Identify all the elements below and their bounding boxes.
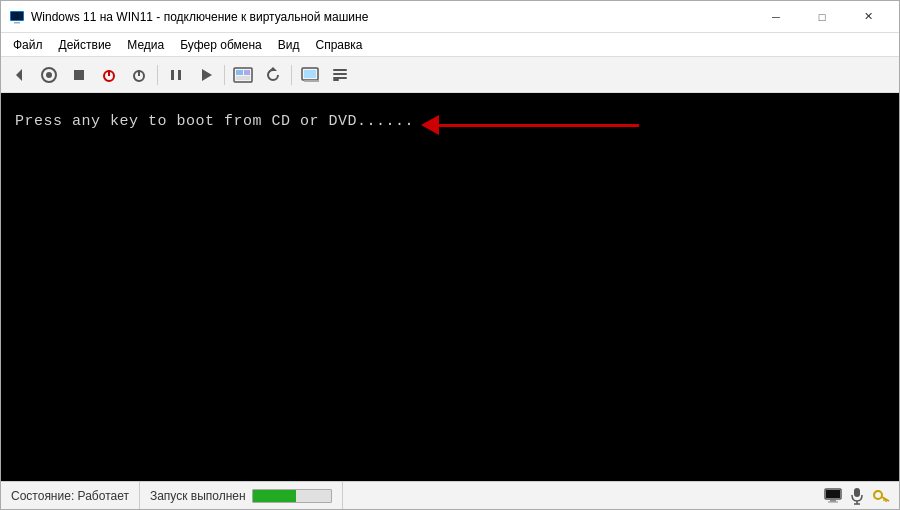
title-bar: Windows 11 на WIN11 - подключение к вирт… xyxy=(1,1,899,33)
toolbar-separator-1 xyxy=(157,65,158,85)
launch-label: Запуск выполнен xyxy=(150,489,246,503)
svg-rect-16 xyxy=(244,70,250,75)
window-controls: ─ □ ✕ xyxy=(753,1,891,33)
menu-clipboard[interactable]: Буфер обмена xyxy=(172,36,270,54)
toolbar-power-red-button[interactable] xyxy=(95,61,123,89)
progress-bar-container xyxy=(252,489,332,503)
ctrlaltdel-icon xyxy=(40,66,58,84)
svg-rect-27 xyxy=(826,490,840,498)
arrow-head xyxy=(421,115,439,135)
toolbar xyxy=(1,57,899,93)
svg-rect-24 xyxy=(333,77,347,79)
svg-rect-25 xyxy=(333,79,339,81)
back-icon xyxy=(10,66,28,84)
arrow-annotation xyxy=(421,115,639,135)
svg-rect-2 xyxy=(14,22,20,24)
menu-media[interactable]: Медиа xyxy=(119,36,172,54)
status-right-icons xyxy=(823,487,899,505)
menu-bar: Файл Действие Медиа Буфер обмена Вид Спр… xyxy=(1,33,899,57)
svg-marker-18 xyxy=(269,67,277,71)
menu-view[interactable]: Вид xyxy=(270,36,308,54)
svg-rect-21 xyxy=(304,80,319,82)
status-state-section: Состояние: Работает xyxy=(1,482,140,509)
minimize-button[interactable]: ─ xyxy=(753,1,799,33)
power-red-icon xyxy=(100,66,118,84)
play-icon xyxy=(197,66,215,84)
svg-point-33 xyxy=(874,491,882,499)
monitor-icon xyxy=(823,487,843,505)
svg-rect-17 xyxy=(236,76,250,80)
svg-rect-1 xyxy=(11,12,23,20)
toolbar-snapshot-button[interactable] xyxy=(229,61,257,89)
vm-screen[interactable]: Press any key to boot from CD or DVD....… xyxy=(1,93,899,481)
toolbar-extra-button[interactable] xyxy=(326,61,354,89)
status-label: Состояние: xyxy=(11,489,74,503)
svg-rect-29 xyxy=(828,501,838,502)
svg-rect-23 xyxy=(333,73,347,75)
svg-rect-12 xyxy=(178,70,181,80)
svg-rect-15 xyxy=(236,70,243,75)
stop-icon xyxy=(70,66,88,84)
svg-marker-13 xyxy=(202,69,212,81)
svg-marker-3 xyxy=(16,69,22,81)
power-icon xyxy=(130,66,148,84)
extra-icon xyxy=(331,66,349,84)
config-icon xyxy=(301,66,319,84)
window-icon xyxy=(9,9,25,25)
pause-icon xyxy=(167,66,185,84)
svg-rect-20 xyxy=(304,70,316,78)
toolbar-power-button[interactable] xyxy=(125,61,153,89)
menu-action[interactable]: Действие xyxy=(51,36,120,54)
maximize-button[interactable]: □ xyxy=(799,1,845,33)
menu-help[interactable]: Справка xyxy=(307,36,370,54)
svg-rect-28 xyxy=(830,500,836,502)
toolbar-ctrlaltdel-button[interactable] xyxy=(35,61,63,89)
boot-message: Press any key to boot from CD or DVD....… xyxy=(15,113,414,130)
close-button[interactable]: ✕ xyxy=(845,1,891,33)
toolbar-separator-2 xyxy=(224,65,225,85)
svg-rect-11 xyxy=(171,70,174,80)
key-icon xyxy=(871,487,891,505)
toolbar-play-button[interactable] xyxy=(192,61,220,89)
window-title: Windows 11 на WIN11 - подключение к вирт… xyxy=(31,10,753,24)
svg-point-5 xyxy=(46,72,52,78)
svg-rect-6 xyxy=(74,70,84,80)
svg-rect-22 xyxy=(333,69,347,71)
window: Windows 11 на WIN11 - подключение к вирт… xyxy=(0,0,900,510)
microphone-icon xyxy=(847,487,867,505)
toolbar-pause-button[interactable] xyxy=(162,61,190,89)
toolbar-back-button[interactable] xyxy=(5,61,33,89)
toolbar-revert-button[interactable] xyxy=(259,61,287,89)
progress-bar-fill xyxy=(253,490,296,502)
arrow-line xyxy=(439,124,639,127)
toolbar-separator-3 xyxy=(291,65,292,85)
status-launch-section: Запуск выполнен xyxy=(140,482,343,509)
status-value: Работает xyxy=(78,489,129,503)
revert-icon xyxy=(264,66,282,84)
status-bar: Состояние: Работает Запуск выполнен xyxy=(1,481,899,509)
toolbar-config-button[interactable] xyxy=(296,61,324,89)
toolbar-stop-button[interactable] xyxy=(65,61,93,89)
menu-file[interactable]: Файл xyxy=(5,36,51,54)
svg-rect-30 xyxy=(854,488,860,497)
snapshot-icon xyxy=(233,66,253,84)
